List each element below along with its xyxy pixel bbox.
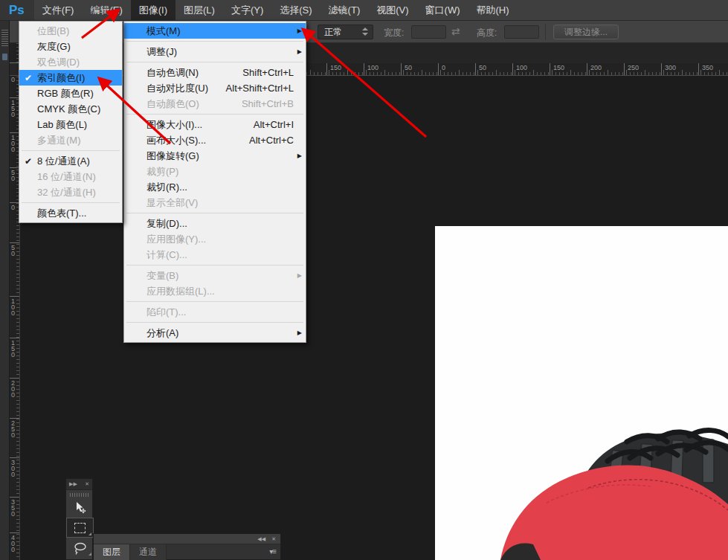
menu-separator bbox=[126, 301, 303, 302]
menu-separator bbox=[126, 213, 303, 213]
menu-item[interactable]: 颜色表(T)... bbox=[19, 205, 122, 221]
menu-item[interactable]: 模式(M)▶ bbox=[124, 23, 306, 39]
ruler-major-tick bbox=[661, 63, 662, 75]
menu-item[interactable]: ✔索引颜色(I) bbox=[19, 70, 122, 86]
ruler-label: 0 bbox=[442, 64, 445, 71]
lasso-tool-button[interactable] bbox=[66, 538, 94, 558]
menu-item-label: 图像大小(I)... bbox=[146, 118, 202, 132]
menu-item-label: 32 位/通道(H) bbox=[37, 186, 96, 199]
ruler-major-tick bbox=[10, 497, 19, 498]
panel-tab-layers[interactable]: 图层 bbox=[94, 544, 130, 560]
ruler-label: 100 bbox=[367, 64, 379, 71]
layers-panel: ◀◀ ✕ 图层通道▾≡ bbox=[93, 533, 281, 560]
panel-tab-channels[interactable]: 通道 bbox=[130, 544, 167, 560]
menu-item-label: 灰度(G) bbox=[37, 40, 71, 54]
menubar-item[interactable]: 图像(I) bbox=[131, 0, 175, 20]
panel-collapse-icon[interactable]: ◀◀ bbox=[257, 536, 265, 542]
checkmark-icon: ✔ bbox=[19, 156, 37, 167]
menubar-item[interactable]: 文字(Y) bbox=[223, 0, 271, 20]
ruler-label: 100 bbox=[11, 298, 18, 316]
menu-item[interactable]: ✔8 位/通道(A) bbox=[19, 153, 122, 169]
options-divider bbox=[545, 24, 546, 40]
menu-item[interactable]: 自动对比度(U)Alt+Shift+Ctrl+L bbox=[124, 80, 306, 96]
ruler-label: 350 bbox=[702, 64, 713, 71]
menu-item[interactable]: 调整(J)▶ bbox=[124, 44, 306, 59]
menu-item[interactable]: RGB 颜色(R) bbox=[19, 86, 122, 101]
menubar-item[interactable]: 视图(V) bbox=[368, 0, 416, 20]
toolbar-close-icon[interactable]: ✕ bbox=[85, 481, 89, 487]
document-canvas[interactable] bbox=[435, 226, 728, 560]
menubar-item[interactable]: 文件(F) bbox=[34, 0, 83, 20]
collapsed-panel-icon[interactable] bbox=[2, 54, 7, 60]
ruler-label: 300 bbox=[665, 64, 676, 71]
dock-grip-icon[interactable] bbox=[1, 30, 8, 46]
ruler-major-tick bbox=[587, 63, 587, 75]
height-input[interactable] bbox=[504, 25, 539, 39]
menu-item[interactable]: 图像旋转(G)▶ bbox=[124, 148, 306, 164]
menubar-item[interactable]: 编辑(E) bbox=[82, 0, 130, 20]
menu-item[interactable]: 分析(A)▶ bbox=[124, 325, 306, 341]
menu-item: 多通道(M) bbox=[19, 132, 122, 148]
blend-mode-select[interactable]: 正常 bbox=[318, 25, 373, 39]
menu-item-label: 画布大小(S)... bbox=[146, 134, 206, 147]
refine-edge-button[interactable]: 调整边缘... bbox=[553, 25, 619, 39]
submenu-arrow-icon: ▶ bbox=[297, 329, 302, 336]
menu-separator bbox=[126, 114, 303, 115]
menu-item: 应用图像(Y)... bbox=[124, 231, 306, 247]
menu-item[interactable]: 复制(D)... bbox=[124, 216, 306, 231]
menu-item: 应用数据组(L)... bbox=[124, 283, 306, 299]
menu-item: 双色调(D) bbox=[19, 54, 122, 70]
menu-item-label: 陷印(T)... bbox=[146, 306, 186, 319]
menu-item[interactable]: CMYK 颜色(C) bbox=[19, 101, 122, 117]
toolbar-grip-icon[interactable] bbox=[70, 492, 88, 498]
menubar-item[interactable]: 窗口(W) bbox=[417, 0, 468, 20]
ruler-major-tick bbox=[326, 63, 327, 75]
ruler-label: 150 bbox=[11, 100, 18, 118]
width-input[interactable] bbox=[411, 25, 446, 39]
mini-toolbar: ▶▶ ✕ bbox=[65, 478, 93, 560]
menu-bar: Ps 文件(F)编辑(E)图像(I)图层(L)文字(Y)选择(S)滤镜(T)视图… bbox=[0, 0, 728, 21]
ruler-major-tick bbox=[10, 418, 19, 419]
menu-item: 32 位/通道(H) bbox=[19, 184, 122, 200]
menu-item-label: 应用图像(Y)... bbox=[146, 233, 206, 246]
menu-item[interactable]: 自动色调(N)Shift+Ctrl+L bbox=[124, 65, 306, 80]
menu-item: 显示全部(V) bbox=[124, 195, 306, 210]
menu-item[interactable]: 画布大小(S)...Alt+Ctrl+C bbox=[124, 132, 306, 148]
menu-bar-items: 文件(F)编辑(E)图像(I)图层(L)文字(Y)选择(S)滤镜(T)视图(V)… bbox=[34, 0, 518, 20]
menu-separator bbox=[22, 202, 120, 203]
menu-separator bbox=[126, 62, 303, 62]
menu-item[interactable]: 图像大小(I)...Alt+Ctrl+I bbox=[124, 117, 306, 132]
move-tool-button[interactable] bbox=[66, 498, 94, 518]
toolbar-collapse-icon[interactable]: ▶▶ bbox=[69, 481, 77, 487]
menubar-item[interactable]: 选择(S) bbox=[271, 0, 320, 20]
menu-item-label: 自动色调(N) bbox=[146, 66, 199, 80]
ruler-label: 350 bbox=[11, 499, 18, 517]
ruler-label: 200 bbox=[11, 380, 18, 398]
ruler-label: 400 bbox=[11, 535, 18, 553]
ruler-major-tick bbox=[401, 63, 402, 75]
menu-item: 裁剪(P) bbox=[124, 164, 306, 179]
image-menu-dropdown: 模式(M)▶调整(J)▶自动色调(N)Shift+Ctrl+L自动对比度(U)A… bbox=[123, 21, 306, 343]
ruler-major-tick bbox=[10, 457, 19, 458]
shoe-image bbox=[435, 226, 728, 560]
menubar-item[interactable]: 滤镜(T) bbox=[320, 0, 369, 20]
menu-separator bbox=[126, 41, 303, 42]
menubar-item[interactable]: 图层(L) bbox=[175, 0, 223, 20]
menu-item-label: 双色调(D) bbox=[37, 56, 80, 69]
panel-close-icon[interactable]: ✕ bbox=[271, 536, 276, 542]
panel-menu-icon[interactable]: ▾≡ bbox=[269, 547, 276, 556]
menu-item-shortcut: Alt+Ctrl+C bbox=[249, 135, 306, 146]
width-label: 宽度: bbox=[384, 27, 404, 39]
ruler-major-tick bbox=[698, 63, 699, 75]
ruler-label: 50 bbox=[479, 64, 486, 71]
swap-dimensions-icon[interactable]: ⇄ bbox=[451, 25, 460, 37]
ruler-major-tick bbox=[550, 63, 550, 75]
menu-item[interactable]: 裁切(R)... bbox=[124, 179, 306, 195]
photoshop-logo: Ps bbox=[0, 0, 34, 20]
menu-item[interactable]: 灰度(G) bbox=[19, 39, 122, 54]
menubar-item[interactable]: 帮助(H) bbox=[468, 0, 518, 20]
rect-marquee-tool-button[interactable] bbox=[66, 518, 94, 538]
move-tool-icon bbox=[74, 501, 87, 515]
menu-item[interactable]: Lab 颜色(L) bbox=[19, 117, 122, 132]
menu-item-label: 裁剪(P) bbox=[146, 165, 178, 178]
